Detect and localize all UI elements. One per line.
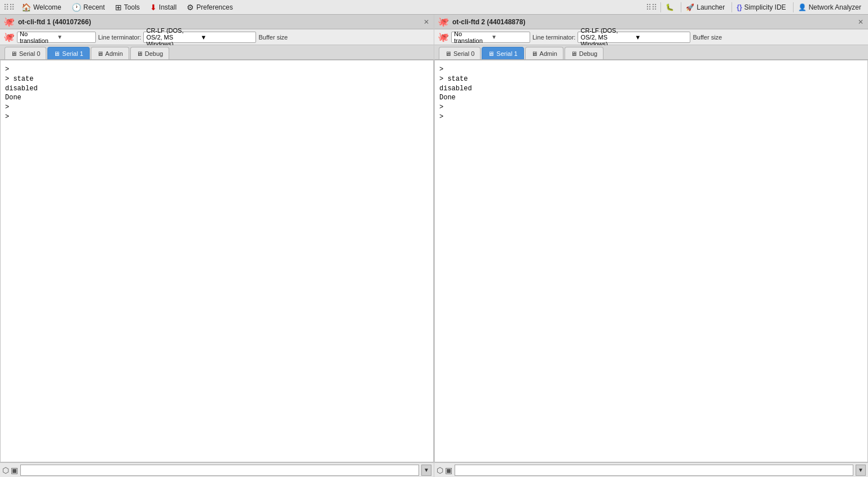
- panel-1-titlebar: 🐙 ot-cli-ftd 1 (440107266) ✕: [0, 15, 434, 29]
- panel-1-tabs: 🖥 Serial 0 🖥 Serial 1 🖥 Admin 🖥 Debug: [0, 45, 434, 60]
- panel-1-translation-select[interactable]: No translation ▼: [17, 32, 96, 43]
- panel-2-serial0-label: Serial 0: [453, 50, 474, 57]
- panel-2-serial0-icon: 🖥: [445, 50, 451, 57]
- panel-2-buffer-label: Buffer size: [693, 34, 722, 41]
- panel-2-translation-arrow: ▼: [491, 34, 527, 40]
- panel-2-cmd-icon-1[interactable]: ⬡: [437, 466, 443, 475]
- panel-1: 🐙 ot-cli-ftd 1 (440107266) ✕ 🐙 No transl…: [0, 15, 434, 477]
- panel-1-close-button[interactable]: ✕: [422, 18, 430, 26]
- panel-2-tab-serial1[interactable]: 🖥 Serial 1: [482, 47, 523, 59]
- panel-1-device-icon: 🐙: [3, 16, 15, 27]
- panel-2: 🐙 ot-cli-ftd 2 (440148878) ✕ 🐙 No transl…: [434, 15, 868, 477]
- panel-1-line-term-select[interactable]: CR-LF (DOS, OS/2, MS Windows) ▼: [143, 32, 256, 43]
- panel-1-translation-value: No translation: [20, 30, 56, 44]
- bug-icon: 🐛: [666, 3, 674, 11]
- menu-label-preferences: Preferences: [196, 3, 233, 11]
- panel-2-tab-admin[interactable]: 🖥 Admin: [525, 47, 563, 59]
- panel-1-line-term-value: CR-LF (DOS, OS/2, MS Windows): [146, 27, 199, 47]
- panel-2-serial1-label: Serial 1: [496, 50, 517, 57]
- panel-2-cmd-icons: ⬡ ▣: [437, 466, 452, 475]
- debug-tool[interactable]: 🐛: [660, 2, 678, 12]
- panel-2-title: ot-cli-ftd 2 (440148878): [452, 18, 853, 26]
- panel-2-tabs: 🖥 Serial 0 🖥 Serial 1 🖥 Admin 🖥 Debug: [434, 45, 868, 60]
- panel-1-admin-icon: 🖥: [97, 50, 103, 57]
- panel-1-debug-label: Debug: [145, 50, 163, 57]
- panel-1-buffer-label: Buffer size: [258, 34, 288, 41]
- panel-2-admin-icon: 🖥: [531, 50, 537, 57]
- panel-2-cmd-row: ⬡ ▣ ▼: [434, 462, 868, 477]
- panel-1-title: ot-cli-ftd 1 (440107266): [18, 18, 419, 26]
- panel-1-cmd-input[interactable]: [20, 465, 419, 476]
- panel-2-serial1-icon: 🖥: [488, 50, 494, 57]
- panel-2-translation-value: No translation: [454, 30, 490, 44]
- panel-1-serial1-icon: 🖥: [54, 50, 60, 57]
- network-analyzer-tool[interactable]: 👤 Network Analyzer: [793, 2, 866, 12]
- panel-2-tab-serial0[interactable]: 🖥 Serial 0: [439, 47, 481, 59]
- menu-bar-right: ⠿⠿ 🐛 🚀 Launcher {} Simplicity IDE 👤 Netw…: [645, 2, 866, 12]
- launcher-label: Launcher: [697, 3, 725, 11]
- panel-2-cmd-arrow[interactable]: ▼: [856, 465, 866, 476]
- panel-2-cmd-icon-2[interactable]: ▣: [445, 466, 452, 475]
- panel-2-titlebar: 🐙 ot-cli-ftd 2 (440148878) ✕: [434, 15, 868, 29]
- menu-bar-left: ⠿⠿ 🏠 Welcome 🕐 Recent ⊞ Tools ⬇ Install …: [2, 2, 237, 13]
- home-icon: 🏠: [21, 3, 31, 12]
- menu-label-welcome: Welcome: [33, 3, 61, 11]
- panel-1-cmd-icons: ⬡ ▣: [2, 466, 18, 475]
- panel-2-terminal[interactable]: > > state disabled Done > >: [434, 60, 868, 462]
- panel-2-tab-debug[interactable]: 🖥 Debug: [565, 47, 603, 59]
- panel-1-serial1-label: Serial 1: [62, 50, 83, 57]
- menu-item-preferences[interactable]: ⚙ Preferences: [182, 2, 237, 13]
- panel-1-device-icon-2: 🐙: [3, 32, 15, 42]
- panel-1-line-term-arrow: ▼: [200, 34, 253, 41]
- menu-label-recent: Recent: [83, 3, 105, 11]
- launcher-icon: 🚀: [686, 3, 694, 11]
- panel-2-admin-label: Admin: [540, 50, 557, 57]
- panel-1-serial0-label: Serial 0: [19, 50, 40, 57]
- menu-label-install: Install: [159, 3, 177, 11]
- panel-2-debug-icon: 🖥: [571, 50, 577, 57]
- panel-1-terminal[interactable]: > > state disabled Done > >: [0, 60, 434, 462]
- gear-icon: ⚙: [187, 3, 194, 12]
- menu-bar: ⠿⠿ 🏠 Welcome 🕐 Recent ⊞ Tools ⬇ Install …: [0, 0, 868, 15]
- drag-handle-right: ⠿⠿: [645, 3, 658, 12]
- panel-2-line-term-label: Line terminator:: [532, 34, 575, 41]
- panel-2-cmd-input[interactable]: [455, 465, 853, 476]
- panel-1-tab-serial1[interactable]: 🖥 Serial 1: [47, 47, 89, 59]
- panel-1-cmd-arrow[interactable]: ▼: [421, 465, 431, 476]
- main-area: 🐙 ot-cli-ftd 1 (440107266) ✕ 🐙 No transl…: [0, 15, 868, 477]
- panel-2-line-term-select[interactable]: CR-LF (DOS, OS/2, MS Windows) ▼: [578, 32, 690, 43]
- panel-2-line-term-value: CR-LF (DOS, OS/2, MS Windows): [580, 27, 633, 47]
- menu-item-install[interactable]: ⬇ Install: [146, 2, 181, 13]
- menu-item-tools[interactable]: ⊞ Tools: [111, 2, 144, 13]
- panel-1-serial0-icon: 🖥: [11, 50, 17, 57]
- panel-1-tab-admin[interactable]: 🖥 Admin: [91, 47, 129, 59]
- menu-label-tools: Tools: [124, 3, 140, 11]
- install-icon: ⬇: [150, 3, 157, 12]
- panel-1-toolbar: 🐙 No translation ▼ Line terminator: CR-L…: [0, 29, 434, 45]
- panel-1-tab-debug[interactable]: 🖥 Debug: [130, 47, 169, 59]
- network-analyzer-label: Network Analyzer: [809, 3, 861, 11]
- launcher-tool[interactable]: 🚀 Launcher: [681, 2, 729, 12]
- panel-1-cmd-icon-1[interactable]: ⬡: [2, 466, 9, 475]
- panel-2-device-icon: 🐙: [438, 16, 449, 27]
- panel-2-close-button[interactable]: ✕: [857, 18, 865, 26]
- panel-1-translation-arrow: ▼: [57, 34, 93, 40]
- panel-1-cmd-row: ⬡ ▣ ▼: [0, 462, 434, 477]
- panel-1-admin-label: Admin: [105, 50, 123, 57]
- simplicity-ide-label: Simplicity IDE: [744, 3, 786, 11]
- panel-1-tab-serial0[interactable]: 🖥 Serial 0: [5, 47, 46, 59]
- panel-2-toolbar: 🐙 No translation ▼ Line terminator: CR-L…: [434, 29, 868, 45]
- simplicity-ide-tool[interactable]: {} Simplicity IDE: [732, 2, 790, 12]
- recent-icon: 🕐: [72, 3, 81, 12]
- menu-item-welcome[interactable]: 🏠 Welcome: [17, 2, 66, 13]
- menu-item-recent[interactable]: 🕐 Recent: [67, 2, 109, 13]
- drag-handle: ⠿⠿: [2, 3, 16, 12]
- tools-icon: ⊞: [115, 3, 122, 12]
- network-analyzer-icon: 👤: [798, 3, 807, 11]
- panel-2-translation-select[interactable]: No translation ▼: [451, 32, 530, 43]
- simplicity-ide-icon: {}: [737, 3, 742, 11]
- panel-1-cmd-icon-2[interactable]: ▣: [11, 466, 18, 475]
- panel-2-debug-label: Debug: [579, 50, 597, 57]
- panel-1-debug-icon: 🖥: [136, 50, 143, 57]
- panel-2-line-term-arrow: ▼: [635, 34, 688, 41]
